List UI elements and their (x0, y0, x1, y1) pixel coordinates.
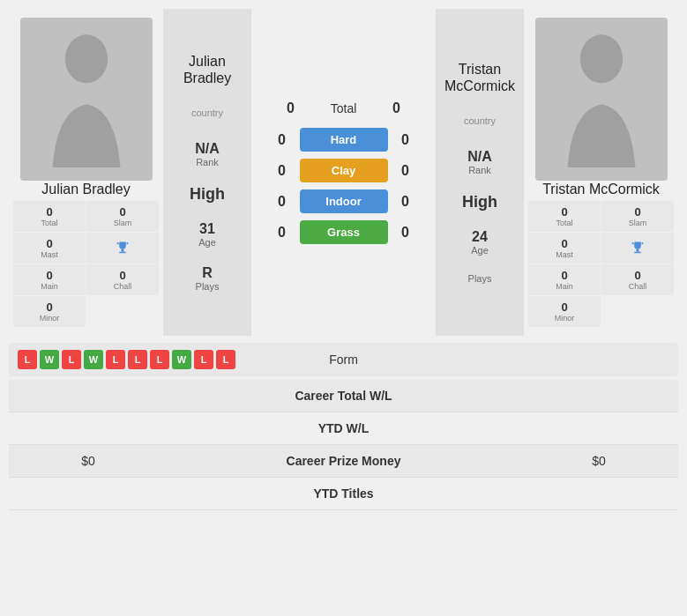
form-badge-9: L (216, 350, 235, 369)
grass-row: 0 Grass 0 (258, 220, 429, 244)
right-plays-block: Plays (468, 273, 492, 284)
left-rank-block: N/A Rank (195, 141, 220, 167)
indoor-button[interactable]: Indoor (300, 189, 388, 213)
hard-button[interactable]: Hard (300, 128, 388, 152)
left-high-block: High (190, 185, 225, 204)
left-player-avatar (20, 18, 153, 181)
form-badge-2: L (62, 350, 81, 369)
grass-right-score: 0 (397, 225, 414, 241)
left-mast-val: 0 (46, 237, 52, 250)
left-chall-val: 0 (119, 269, 125, 282)
form-badge-5: L (128, 350, 147, 369)
left-chall-lbl: Chall (114, 282, 132, 291)
right-player-avatar (535, 18, 668, 181)
indoor-right-score: 0 (397, 194, 414, 210)
right-mast-lbl: Mast (556, 250, 573, 259)
stat-row-2-left: $0 (22, 454, 154, 468)
left-main-cell: 0 Main (13, 264, 86, 295)
right-age-lbl: Age (471, 245, 489, 256)
left-plays-lbl: Plays (196, 281, 220, 292)
right-plays-lbl: Plays (468, 273, 492, 284)
form-badge-0: L (18, 350, 37, 369)
svg-rect-2 (119, 251, 126, 253)
right-rank-block: N/A Rank (467, 149, 492, 175)
right-high-val: High (462, 193, 497, 212)
right-info-panel: Tristan McCormick country N/A Rank High … (436, 9, 524, 336)
left-minor-val: 0 (46, 301, 52, 314)
right-country: country (464, 115, 496, 126)
svg-rect-1 (122, 249, 124, 251)
right-player-name: Tristan McCormick (542, 181, 660, 197)
clay-left-score: 0 (273, 163, 291, 179)
right-high-block: High (462, 193, 497, 212)
stat-row-0-label: Career Total W/L (154, 389, 533, 403)
total-right-score: 0 (388, 100, 406, 116)
left-total-lbl: Total (41, 219, 57, 227)
right-player-stats: 0 Total 0 Slam 0 Mast (528, 201, 674, 327)
left-minor-lbl: Minor (40, 314, 60, 323)
form-badge-6: L (150, 350, 169, 369)
indoor-left-score: 0 (273, 194, 291, 210)
left-slam-cell: 0 Slam (86, 201, 159, 232)
left-player-stats: 0 Total 0 Slam 0 Mast (13, 201, 159, 327)
left-country: country (191, 108, 223, 118)
stat-row-1-label: YTD W/L (154, 421, 533, 435)
total-label: Total (309, 101, 379, 115)
form-row: LWLWLLLWLL Form (9, 343, 678, 376)
right-minor-val: 0 (561, 301, 567, 314)
left-main-lbl: Main (41, 282, 58, 291)
right-minor-lbl: Minor (555, 314, 575, 323)
form-badge-7: W (172, 350, 191, 369)
stat-row-2-right: $0 (533, 454, 665, 468)
stat-row-3: YTD Titles (9, 478, 678, 510)
center-surface-panel: 0 Total 0 0 Hard 0 0 Clay 0 0 Indoor 0 (251, 9, 436, 336)
left-chall-cell: 0 Chall (86, 264, 159, 295)
right-slam-cell: 0 Slam (601, 201, 674, 232)
right-chall-cell: 0 Chall (601, 264, 674, 295)
indoor-row: 0 Indoor 0 (258, 189, 429, 213)
hard-left-score: 0 (273, 132, 291, 148)
right-slam-val: 0 (634, 205, 640, 219)
form-badges-left: LWLWLLLWLL (18, 350, 300, 369)
svg-rect-5 (634, 251, 641, 253)
left-info-panel: Julian Bradley country N/A Rank High 31 … (163, 9, 251, 336)
right-minor-cell: 0 Minor (528, 296, 601, 327)
svg-point-3 (579, 34, 622, 83)
stat-row-1: YTD W/L (9, 412, 678, 445)
right-main-lbl: Main (556, 282, 573, 291)
right-chall-lbl: Chall (629, 282, 647, 291)
right-main-cell: 0 Main (528, 264, 601, 295)
total-row: 0 Total 0 (258, 100, 429, 116)
stat-row-3-label: YTD Titles (154, 486, 533, 501)
right-mast-cell: 0 Mast (528, 233, 601, 263)
right-name-display: Tristan McCormick (444, 61, 515, 94)
left-high-val: High (190, 185, 225, 204)
right-total-val: 0 (561, 205, 567, 219)
left-plays-val: R (202, 265, 213, 281)
grass-button[interactable]: Grass (300, 220, 388, 244)
right-slam-lbl: Slam (629, 219, 647, 227)
left-player-column: Julian Bradley 0 Total 0 Slam 0 Mast (9, 9, 163, 336)
left-rank-val: N/A (195, 141, 220, 157)
clay-button[interactable]: Clay (300, 159, 388, 182)
form-badge-3: W (84, 350, 103, 369)
right-player-column: Tristan McCormick 0 Total 0 Slam 0 Mast (524, 9, 678, 336)
left-name-display: Julian Bradley (183, 53, 231, 86)
left-main-val: 0 (46, 269, 52, 282)
right-main-val: 0 (561, 269, 567, 282)
form-badge-4: L (106, 350, 125, 369)
left-age-val: 31 (199, 221, 215, 237)
stat-row-2-label: Career Prize Money (154, 454, 533, 468)
stat-row-0: Career Total W/L (9, 380, 678, 412)
hard-row: 0 Hard 0 (258, 128, 429, 152)
left-slam-val: 0 (119, 205, 125, 219)
svg-rect-4 (637, 249, 639, 251)
right-mast-val: 0 (561, 237, 567, 250)
left-mast-lbl: Mast (41, 250, 58, 259)
left-age-block: 31 Age (198, 221, 216, 248)
left-trophy-cell (86, 233, 159, 263)
comparison-top: Julian Bradley 0 Total 0 Slam 0 Mast (9, 9, 678, 336)
form-badge-8: L (194, 350, 213, 369)
main-container: Julian Bradley 0 Total 0 Slam 0 Mast (0, 0, 687, 519)
right-total-lbl: Total (556, 219, 572, 227)
